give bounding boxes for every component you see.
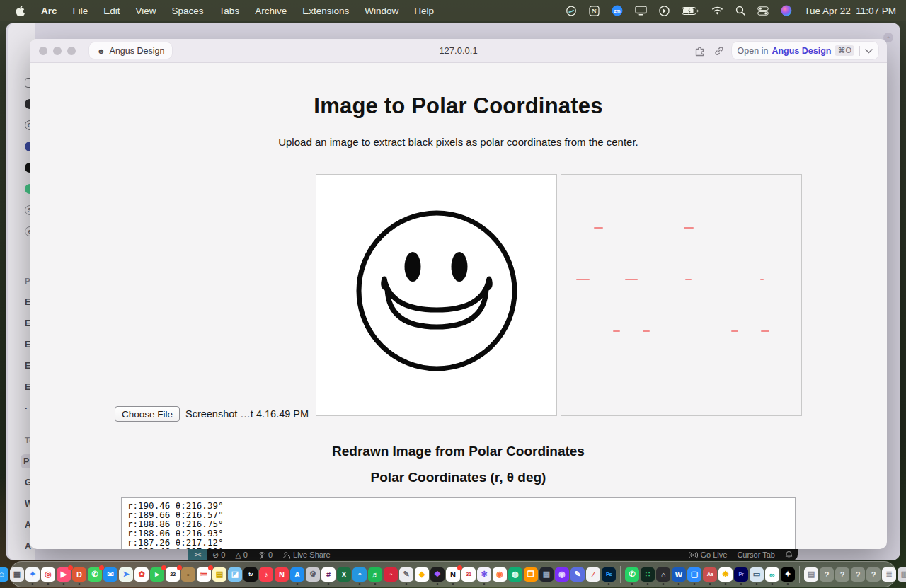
apple-menu-icon[interactable] <box>7 6 33 16</box>
dock-chrome[interactable]: ◎ <box>41 567 55 582</box>
menu-item-help[interactable]: Help <box>406 6 442 16</box>
dock-music[interactable]: ♪ <box>259 567 273 582</box>
open-in-button[interactable]: Open in Angus Design ⌘O <box>732 42 878 59</box>
dock-apple-tv[interactable]: tv <box>243 567 258 582</box>
dock-green-ring-app[interactable]: ◍ <box>508 567 522 582</box>
dock-duckduckgo[interactable]: D <box>72 567 86 582</box>
dock-maps[interactable]: ➤ <box>119 567 133 582</box>
dock-photoshop[interactable]: Ps <box>602 567 616 582</box>
dock-dark-dots-app[interactable]: ∷ <box>641 567 655 582</box>
dock-safari[interactable]: ✦ <box>25 567 40 582</box>
dock-spotify[interactable]: ♬ <box>368 567 382 582</box>
menu-item-spaces[interactable]: Spaces <box>164 6 212 16</box>
dock-purple-star-app[interactable]: ✻ <box>477 567 491 582</box>
statusbar-errors-icon[interactable]: ⊘0 <box>207 549 230 560</box>
menu-item-tabs[interactable]: Tabs <box>212 6 248 16</box>
dock-trash[interactable]: ▥ <box>898 567 906 582</box>
wifi-icon[interactable] <box>711 6 723 16</box>
dock-timer-clock-app[interactable]: ◔ <box>384 567 398 582</box>
dock-excel[interactable]: X <box>337 567 351 582</box>
menu-item-extensions[interactable]: Extensions <box>294 6 357 16</box>
menu-item-view[interactable]: View <box>128 6 164 16</box>
dock-files-stack[interactable]: ≣ <box>882 567 896 582</box>
statusbar-remote-indicator[interactable]: >< <box>188 549 207 560</box>
dock-home-dark-app[interactable]: ⌂ <box>656 567 670 582</box>
menu-item-window[interactable]: Window <box>357 6 406 16</box>
dock-color-swirl-app[interactable]: ◉ <box>493 567 507 582</box>
browser-tab[interactable]: ☻ Angus Design <box>89 42 172 59</box>
polar-coordinates-output[interactable] <box>121 497 796 549</box>
control-center-icon[interactable] <box>757 6 769 16</box>
minimize-button[interactable] <box>53 47 62 55</box>
dock-premiere-pro[interactable]: Pr <box>734 567 748 582</box>
source-image-canvas <box>316 174 557 416</box>
dock-design-pencil-app[interactable]: ✎ <box>399 567 413 582</box>
statusbar-live-share-icon[interactable]: Live Share <box>277 549 336 560</box>
spotlight-search-icon[interactable] <box>735 6 745 16</box>
dock-zoom[interactable]: ▢ <box>687 567 701 582</box>
menu-item-archive[interactable]: Archive <box>247 6 294 16</box>
dock-pinwheel-app[interactable]: ❋ <box>718 567 733 582</box>
dock-blue-pen-app[interactable]: ✎ <box>570 567 585 582</box>
dock-missing-app-4[interactable]: ? <box>866 567 881 582</box>
dock-pink-media-app[interactable]: ▶ <box>57 567 71 582</box>
copy-link-icon[interactable] <box>713 45 725 57</box>
dock-launchpad[interactable]: ▦ <box>10 567 24 582</box>
statusbar-warnings-icon[interactable]: △0 <box>230 549 253 560</box>
dock-tan-app[interactable]: ▪ <box>181 567 195 582</box>
dock-mail[interactable]: ✉ <box>103 567 117 582</box>
statusbar-cursor-tab[interactable]: Cursor Tab <box>732 549 780 560</box>
running-indicator <box>406 583 408 585</box>
screen-capture-swirl-icon[interactable] <box>566 6 577 16</box>
dock-document-file[interactable]: ▤ <box>804 567 818 582</box>
dock-purple-swirl-app[interactable]: ◉ <box>555 567 569 582</box>
dock-finder[interactable]: ☺ <box>0 567 8 582</box>
dock-black-utility-app[interactable]: ✦ <box>781 567 795 582</box>
dock-sketch[interactable]: ◆ <box>415 567 429 582</box>
dock-calendar[interactable]: 22 <box>166 567 180 582</box>
dock-news[interactable]: N <box>275 567 289 582</box>
siri-icon[interactable] <box>781 5 792 16</box>
dock-photos[interactable]: ✿ <box>134 567 149 582</box>
dock-messages[interactable]: ✆ <box>88 567 102 582</box>
dock-app-store[interactable]: A <box>290 567 304 582</box>
dock-missing-app-2[interactable]: ? <box>835 567 849 582</box>
dock-facetime[interactable]: ▸ <box>150 567 164 582</box>
statusbar-bell-icon[interactable] <box>780 549 798 560</box>
dock-notes[interactable]: ▤ <box>212 567 226 582</box>
dock-camo-app[interactable]: ∞ <box>765 567 779 582</box>
zoom-app-icon[interactable]: zm <box>612 5 623 16</box>
extensions-puzzle-icon[interactable] <box>694 45 706 57</box>
battery-charging-icon[interactable] <box>682 6 699 16</box>
menu-item-edit[interactable]: Edit <box>96 6 127 16</box>
dock-system-settings[interactable]: ⚙ <box>306 567 320 582</box>
close-button[interactable] <box>39 47 47 55</box>
chevron-down-icon[interactable] <box>865 46 873 56</box>
dock-reminders[interactable]: ≔ <box>197 567 211 582</box>
display-mirroring-icon[interactable] <box>635 6 647 16</box>
play-circle-icon[interactable] <box>659 6 670 16</box>
statusbar-ports-tower-icon[interactable]: 0 <box>253 549 277 560</box>
dock-notion[interactable]: N <box>446 567 460 582</box>
dock-vscode[interactable]: ‹› <box>352 567 367 582</box>
menu-item-arc[interactable]: Arc <box>33 6 65 16</box>
dock-landscape-app[interactable]: ▭ <box>750 567 764 582</box>
dock-missing-app-1[interactable]: ? <box>820 567 834 582</box>
dock-calendar-31-app[interactable]: 31 <box>461 567 476 582</box>
dock-pixel-photo-app[interactable]: ◪ <box>228 567 242 582</box>
dock-word[interactable]: W <box>672 567 686 582</box>
menubar-clock[interactable]: Tue Apr 22 11:07 PM <box>804 6 896 16</box>
zoom-button[interactable] <box>67 47 76 55</box>
dock-dark-grid-app[interactable]: ▦ <box>539 567 554 582</box>
dock-missing-app-3[interactable]: ? <box>851 567 865 582</box>
choose-file-button[interactable]: Choose File <box>115 406 180 422</box>
menu-item-file[interactable]: File <box>65 6 96 16</box>
notion-icon[interactable]: N <box>589 6 600 16</box>
dock-books-orange-app[interactable]: ❐ <box>524 567 538 582</box>
dock-fonts-aa-app[interactable]: Aa <box>703 567 717 582</box>
dock-figma[interactable]: ❖ <box>430 567 445 582</box>
dock-red-pen-app[interactable]: ∕ <box>586 567 600 582</box>
statusbar-broadcast-icon[interactable]: Go Live <box>684 549 732 560</box>
dock-whatsapp[interactable]: ✆ <box>625 567 639 582</box>
dock-slack[interactable]: # <box>321 567 336 582</box>
